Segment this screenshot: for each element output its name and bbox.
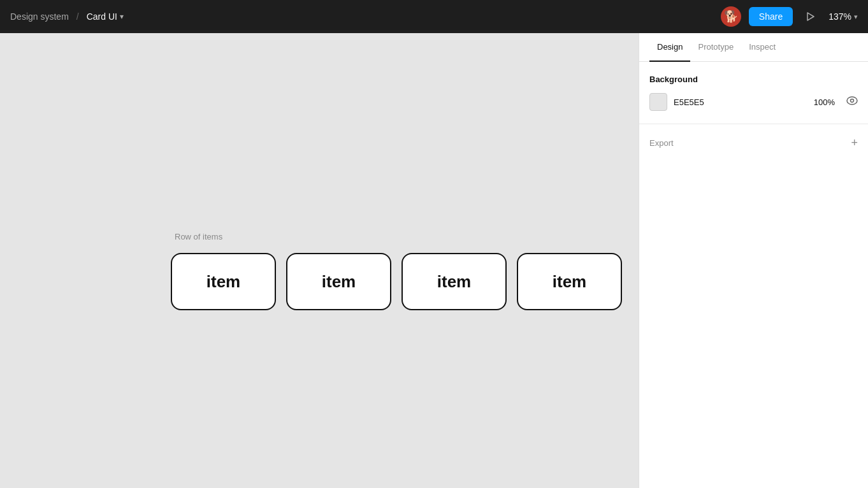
avatar: 🐕 — [721, 6, 741, 27]
background-section: Background E5E5E5 100% — [639, 62, 868, 124]
chevron-down-icon: ▾ — [854, 13, 858, 21]
export-section: Export + — [639, 124, 868, 161]
topbar-right: 🐕 Share 137% ▾ — [721, 6, 858, 27]
main-area: Row of items item item item item Design … — [0, 33, 868, 488]
visibility-icon[interactable] — [846, 96, 858, 108]
canvas-row-label: Row of items — [175, 232, 222, 241]
tab-design[interactable]: Design — [649, 33, 690, 62]
list-item: item — [401, 253, 507, 310]
list-item: item — [286, 253, 391, 310]
background-section-title: Background — [649, 75, 858, 84]
zoom-control[interactable]: 137% ▾ — [828, 11, 858, 22]
color-hex-value: E5E5E5 — [674, 97, 807, 107]
canvas[interactable]: Row of items item item item item — [0, 33, 639, 488]
background-row: E5E5E5 100% — [649, 93, 858, 111]
opacity-value: 100% — [814, 97, 835, 107]
topbar-left: Design system / Card UI ▾ — [10, 11, 124, 22]
svg-point-1 — [851, 99, 854, 103]
chevron-down-icon: ▾ — [120, 12, 124, 21]
play-button[interactable] — [800, 6, 821, 27]
tab-inspect[interactable]: Inspect — [741, 33, 783, 62]
panel-tabs: Design Prototype Inspect — [639, 33, 868, 62]
add-export-button[interactable]: + — [851, 137, 858, 148]
topbar: Design system / Card UI ▾ 🐕 Share 137% ▾ — [0, 0, 868, 33]
export-label: Export — [649, 138, 674, 148]
list-item: item — [517, 253, 622, 310]
color-swatch[interactable] — [649, 93, 667, 111]
right-panel: Design Prototype Inspect Background E5E5… — [639, 33, 868, 488]
svg-point-0 — [847, 97, 857, 104]
list-item: item — [171, 253, 276, 310]
breadcrumb-separator: / — [76, 11, 79, 22]
share-button[interactable]: Share — [749, 7, 793, 26]
breadcrumb: Design system — [10, 11, 69, 22]
page-title[interactable]: Card UI ▾ — [87, 11, 124, 22]
tab-prototype[interactable]: Prototype — [690, 33, 741, 62]
canvas-items-row: item item item item — [171, 253, 622, 310]
